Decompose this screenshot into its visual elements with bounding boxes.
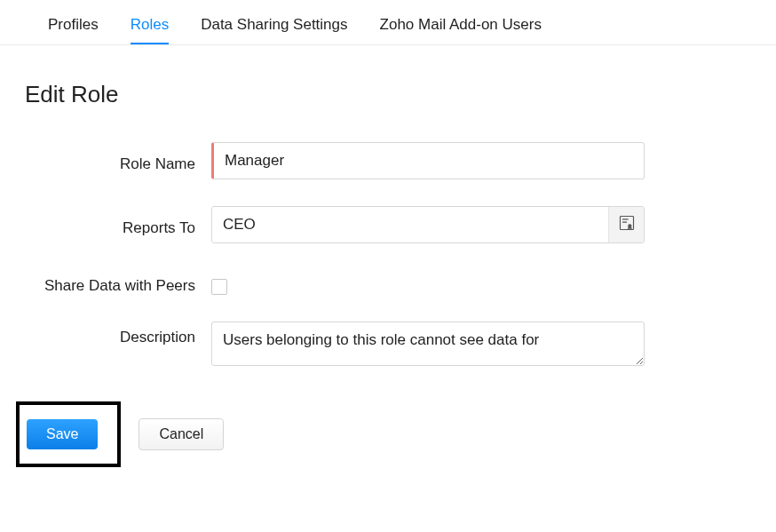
lookup-icon (618, 214, 636, 235)
description-textarea[interactable] (211, 322, 645, 366)
save-highlight-box: Save (16, 401, 121, 467)
reports-to-lookup-button[interactable] (608, 207, 644, 242)
tab-profiles[interactable]: Profiles (48, 16, 99, 44)
tabs-nav: Profiles Roles Data Sharing Settings Zoh… (0, 0, 776, 45)
page-title: Edit Role (25, 81, 751, 108)
reports-to-input[interactable] (212, 207, 608, 242)
save-button[interactable]: Save (27, 419, 98, 449)
role-name-input[interactable] (211, 142, 645, 179)
description-label: Description (25, 322, 211, 346)
tab-mail-addon[interactable]: Zoho Mail Add-on Users (380, 16, 542, 44)
share-peers-label: Share Data with Peers (25, 270, 211, 295)
share-peers-checkbox[interactable] (211, 279, 227, 295)
tab-data-sharing[interactable]: Data Sharing Settings (201, 16, 347, 44)
reports-to-label: Reports To (25, 212, 211, 237)
tab-roles[interactable]: Roles (131, 16, 169, 44)
role-name-label: Role Name (25, 148, 211, 173)
cancel-button[interactable]: Cancel (139, 418, 224, 450)
